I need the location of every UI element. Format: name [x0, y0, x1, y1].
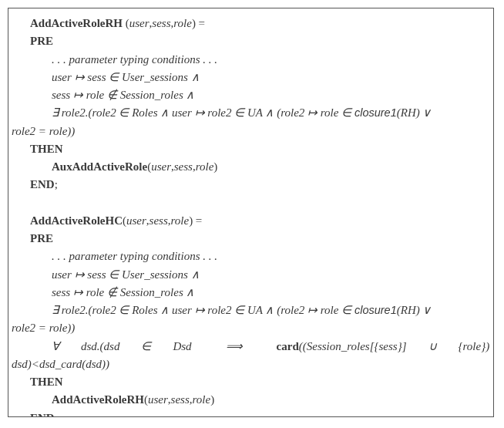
op1-name: AddActiveRoleRH: [30, 17, 123, 29]
precondition-line-dsd: ∀dsd.(dsd∈Dsd⟹card((Session_roles[{sess}…: [8, 338, 493, 356]
rparen-eq: ) =: [192, 17, 205, 29]
precondition-line: sess ↦ role ∉ Session_roles ∧: [8, 86, 493, 104]
param-sess: sess: [152, 17, 170, 29]
arg-user: user: [151, 160, 171, 173]
aux-call-name: AuxAddActiveRole: [52, 160, 147, 173]
precondition-line: sess ↦ role ∉ Session_roles ∧: [8, 284, 493, 302]
code-listing-frame: AddActiveRoleRH (user,sess,role) = PRE .…: [8, 8, 494, 417]
elem-of: ∈: [141, 340, 151, 352]
closure-fn: closure1: [354, 304, 397, 316]
pre-keyword: PRE: [8, 230, 493, 248]
param-sess: sess: [150, 214, 168, 227]
rparen: ): [213, 160, 217, 173]
then-keyword: THEN: [8, 140, 493, 158]
expr-part: ∃ role2.(role2 ∈ Roles ∧ user ↦ role2 ∈ …: [52, 304, 354, 316]
typing-conditions: . . . parameter typing conditions . . .: [8, 248, 493, 265]
op1-signature: AddActiveRoleRH (user,sess,role) =: [8, 15, 493, 32]
implies: ⟹: [226, 340, 243, 352]
closure-fn: closure1: [354, 106, 397, 119]
arg-user: user: [148, 393, 168, 406]
arg-sess: sess: [174, 160, 193, 173]
param-user: user: [126, 214, 146, 227]
rparen: ): [210, 393, 214, 406]
forall: ∀: [52, 340, 59, 352]
op2-signature: AddActiveRoleHC(user,sess,role) =: [8, 212, 493, 230]
expr-part: ∃ role2.(role2 ∈ Roles ∧ user ↦ role2 ∈ …: [52, 106, 354, 119]
typing-conditions: . . . parameter typing conditions . . .: [8, 51, 493, 69]
then-keyword: THEN: [8, 373, 493, 391]
end-line: END;: [8, 409, 493, 418]
expr-part: {role}): [459, 340, 490, 352]
rparen-eq: ) =: [189, 214, 202, 227]
precondition-wrap: dsd)<dsd_card(dsd)): [8, 356, 493, 373]
union: ∪: [428, 340, 437, 352]
precondition-wrap: role2 = role)): [8, 319, 493, 337]
arg-sess: sess: [171, 393, 190, 406]
precondition-line: ∃ role2.(role2 ∈ Roles ∧ user ↦ role2 ∈ …: [8, 302, 493, 319]
expr-part: (RH) ∨: [397, 304, 432, 316]
end-keyword: END: [30, 412, 55, 418]
precondition-line: ∃ role2.(role2 ∈ Roles ∧ user ↦ role2 ∈ …: [8, 104, 493, 122]
op1-body: AuxAddActiveRole(user,sess,role): [8, 158, 493, 176]
precondition-line: user ↦ sess ∈ User_sessions ∧: [8, 266, 493, 284]
param-role: role: [171, 214, 190, 227]
end-line: END;: [8, 176, 493, 194]
op2-body: AddActiveRoleRH(user,sess,role): [8, 391, 493, 409]
call-name: AddActiveRoleRH: [52, 393, 144, 406]
expr-part: dsd.(dsd: [81, 340, 119, 352]
op2-name: AddActiveRoleHC: [30, 214, 123, 227]
card-fn: card: [277, 340, 299, 352]
expr-part: ((Session_roles[{sess}]: [299, 340, 407, 352]
lparen: (: [123, 17, 129, 29]
semicolon: ;: [55, 178, 58, 190]
pre-keyword: PRE: [8, 32, 493, 50]
precondition-line: user ↦ sess ∈ User_sessions ∧: [8, 69, 493, 86]
arg-role: role: [196, 160, 214, 173]
end-keyword: END: [30, 178, 55, 190]
param-user: user: [129, 17, 150, 29]
precondition-wrap: role2 = role)): [8, 123, 493, 140]
param-role: role: [173, 17, 192, 29]
semicolon: ;: [55, 412, 58, 418]
expr-part: Dsd: [173, 340, 191, 352]
arg-role: role: [193, 393, 211, 406]
expr-part: (RH) ∨: [397, 106, 432, 119]
